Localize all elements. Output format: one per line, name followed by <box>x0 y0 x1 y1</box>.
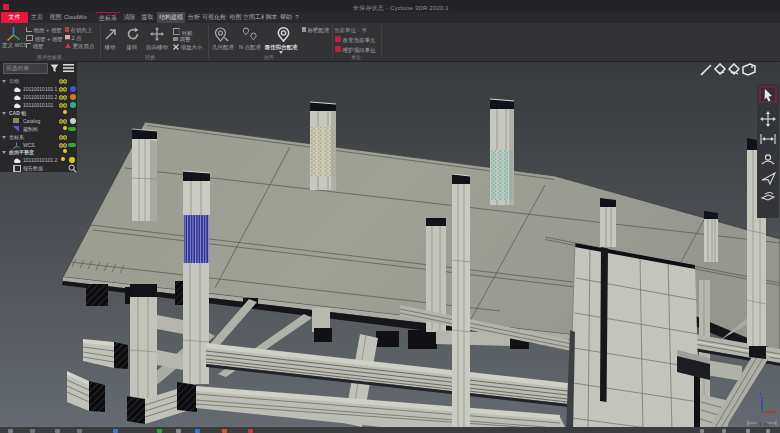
svg-text:z: z <box>759 391 762 397</box>
svg-text:1 m: 1 m <box>759 421 769 427</box>
